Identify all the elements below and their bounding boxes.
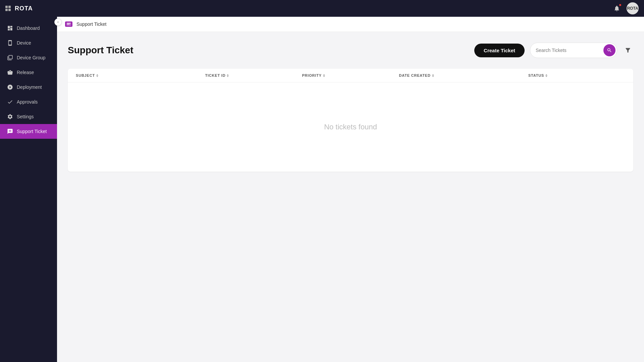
sidebar-item-deployment[interactable]: Deployment xyxy=(0,80,57,95)
settings-icon xyxy=(7,113,13,120)
svg-rect-2 xyxy=(67,24,69,24)
device-group-icon xyxy=(7,54,13,61)
approvals-icon xyxy=(7,99,13,105)
sidebar-item-support-ticket-label: Support Ticket xyxy=(17,129,47,134)
sidebar-item-settings[interactable]: Settings xyxy=(0,109,57,124)
empty-state: No tickets found xyxy=(68,82,633,172)
column-subject: SUBJECT xyxy=(76,73,205,77)
chevron-left-icon xyxy=(56,20,60,24)
sidebar-item-device-group[interactable]: Device Group xyxy=(0,50,57,65)
sidebar-item-approvals-label: Approvals xyxy=(17,99,38,105)
grid-icon xyxy=(5,6,11,11)
avatar[interactable]: ROTA xyxy=(627,2,639,14)
sidebar-item-settings-label: Settings xyxy=(17,114,34,119)
column-priority: PRIORITY xyxy=(302,73,399,77)
breadcrumb: Support Ticket xyxy=(57,17,644,32)
create-ticket-button[interactable]: Create Ticket xyxy=(474,44,525,57)
topbar-right: ROTA xyxy=(611,2,639,14)
sidebar-item-device-label: Device xyxy=(17,40,31,46)
content-area: Support Ticket Create Ticket SUBJ xyxy=(57,32,644,362)
breadcrumb-icon xyxy=(65,21,72,27)
search-input[interactable] xyxy=(536,48,602,53)
table-container: SUBJECT TICKET ID PRIORITY DATE CREATED … xyxy=(68,69,633,172)
sort-icon-status[interactable] xyxy=(545,74,547,77)
sidebar-item-approvals[interactable]: Approvals xyxy=(0,95,57,109)
notification-badge xyxy=(619,3,622,7)
sidebar-item-deployment-label: Deployment xyxy=(17,84,42,90)
filter-icon xyxy=(625,47,631,54)
topbar: ROTA ROTA xyxy=(0,0,644,17)
page-title: Support Ticket xyxy=(68,45,469,56)
main-content: Support Ticket Support Ticket Create Tic… xyxy=(57,17,644,362)
search-button[interactable] xyxy=(603,44,615,56)
column-ticket-id: TICKET ID xyxy=(205,73,302,77)
sidebar-item-device-group-label: Device Group xyxy=(17,55,46,60)
search-icon xyxy=(607,48,612,53)
filter-button[interactable] xyxy=(623,45,633,56)
sort-icon-date-created[interactable] xyxy=(432,74,434,77)
release-icon xyxy=(7,69,13,76)
topbar-left: ROTA xyxy=(5,5,33,12)
sidebar-item-device[interactable]: Device xyxy=(0,36,57,50)
sort-icon-subject[interactable] xyxy=(96,74,98,77)
table-header: SUBJECT TICKET ID PRIORITY DATE CREATED … xyxy=(68,69,633,82)
notification-button[interactable] xyxy=(611,3,623,14)
sidebar-item-support-ticket[interactable]: Support Ticket xyxy=(0,124,57,139)
app-logo: ROTA xyxy=(15,5,33,12)
sidebar-collapse-button[interactable] xyxy=(54,18,62,26)
sort-icon-priority[interactable] xyxy=(323,74,325,77)
ticket-breadcrumb-icon xyxy=(66,22,71,26)
sidebar-item-dashboard[interactable]: Dashboard xyxy=(0,21,57,36)
device-icon xyxy=(7,40,13,46)
column-status: STATUS xyxy=(528,73,625,77)
sidebar: Dashboard Device Device Group Release xyxy=(0,17,57,362)
dashboard-icon xyxy=(7,25,13,32)
support-ticket-icon xyxy=(7,128,13,135)
breadcrumb-label: Support Ticket xyxy=(76,21,107,27)
content-header: Support Ticket Create Ticket xyxy=(68,43,633,58)
empty-message: No tickets found xyxy=(324,123,377,131)
sidebar-item-release[interactable]: Release xyxy=(0,65,57,80)
svg-rect-1 xyxy=(67,23,70,24)
search-wrap xyxy=(530,43,617,58)
column-date-created: DATE CREATED xyxy=(399,73,528,77)
deployment-icon xyxy=(7,84,13,90)
sidebar-item-dashboard-label: Dashboard xyxy=(17,25,40,31)
sidebar-item-release-label: Release xyxy=(17,70,34,75)
sort-icon-ticket-id[interactable] xyxy=(227,74,229,77)
